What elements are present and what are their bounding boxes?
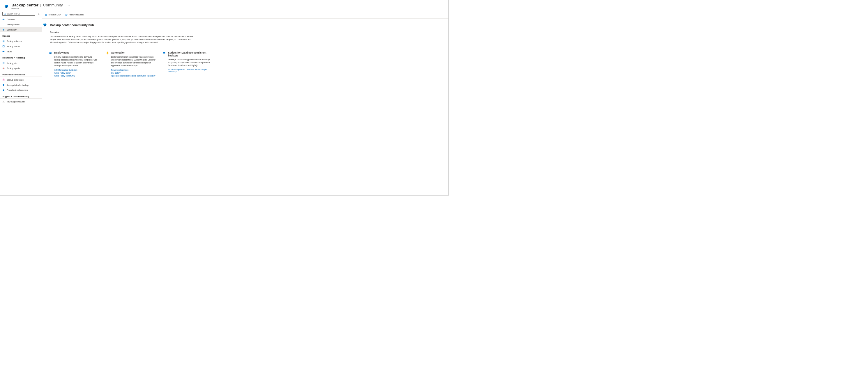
overview-heading: Overview [50,31,198,33]
nav-label: Vaults [7,50,12,53]
instances-icon [2,40,5,42]
nav-label: Community [7,29,17,31]
backup-center-icon [4,4,9,9]
svg-rect-15 [3,68,4,69]
svg-point-22 [44,25,46,26]
nav-label: Backup instances [7,40,22,42]
community-hub-icon [42,23,48,28]
nav-label: Overview [7,18,15,21]
breadcrumb: Microsoft [11,7,70,10]
link-app-consistent-scripts-repo[interactable]: Application consistent scripts community… [111,75,155,77]
nav-new-support-request[interactable]: New support request [0,99,42,104]
svg-point-2 [5,6,7,8]
vault-icon [2,50,5,53]
microsoft-qa-link[interactable]: Microsoft Q&A [45,14,61,16]
sidebar: Overview Getting started Community Manag… [0,11,42,195]
link-ms-db-backup-scripts-repo[interactable]: Microsoft supported Database backup scri… [168,68,213,72]
svg-point-24 [107,53,108,53]
svg-point-5 [4,24,4,25]
compliance-icon [2,78,5,81]
svg-rect-16 [4,68,5,69]
nav-label: Getting started [7,24,20,26]
nav-label: Backup reports [7,67,20,69]
rocket-icon [2,23,5,26]
nav-azure-policies[interactable]: Azure policies for backup [0,82,42,88]
tile-title: Deployment [54,51,69,54]
header-subtitle: Community [43,3,63,7]
chevron-double-left-icon [37,13,40,15]
nav-backup-instances[interactable]: Backup instances [0,39,42,44]
nav-group-monitoring: Monitoring + reporting [0,54,42,60]
nav-community[interactable]: Community [0,27,42,32]
nav-protectable-datasources[interactable]: Protectable datasources [0,88,42,93]
cloud-db-icon [163,51,166,55]
nav-backup-jobs[interactable]: Backup jobs [0,61,42,66]
svg-rect-14 [3,68,3,69]
nav-getting-started[interactable]: Getting started [0,22,42,27]
nav-overview[interactable]: Overview [0,17,42,22]
nav-vaults[interactable]: Vaults [0,49,42,54]
tile-db-scripts: Scripts for Database consistent backups … [163,51,213,78]
svg-line-29 [106,52,107,53]
nav-label: Backup jobs [7,62,18,64]
svg-rect-13 [3,46,4,46]
nav-group-support: Support + troubleshooting [0,93,42,98]
checklist-icon [2,62,5,64]
svg-point-8 [3,30,4,31]
action-label: Microsoft Q&A [48,14,61,16]
nav-label: New support request [7,101,25,103]
tile-automation: Automation Explore automation capabiliti… [106,51,156,78]
svg-rect-10 [3,41,4,42]
svg-line-31 [106,54,107,54]
nav-label: Protectable datasources [7,89,28,91]
nav-backup-policies[interactable]: Backup policies [0,44,42,49]
page-header: Backup center | Community ··· Microsoft [0,0,448,11]
feature-requests-link[interactable]: Feature requests [65,14,84,16]
action-label: Feature requests [69,14,84,16]
svg-point-3 [4,13,5,14]
svg-rect-11 [3,42,4,42]
nav-group-policy: Policy and compliance [0,71,42,76]
link-arm-templates-quickstart[interactable]: ARM Templates Quickstart [54,69,99,71]
link-powershell-samples[interactable]: Powershell samples [111,69,155,71]
svg-point-19 [3,101,4,102]
link-cli-gallery[interactable]: CLI gallery [111,72,155,74]
community-icon [2,29,5,31]
calendar-icon [2,45,5,47]
header-title: Backup center [11,3,38,7]
page-title: Backup center community hub [50,24,94,27]
search-icon [4,13,6,15]
svg-rect-9 [3,40,4,41]
svg-line-4 [5,14,6,14]
collapse-sidebar-button[interactable] [37,12,40,15]
tile-desc: Simplify backup deployments and configur… [54,56,99,67]
external-link-icon [45,14,47,16]
overview-text: Get involved with the Backup center comm… [50,35,198,44]
link-azure-policy-community[interactable]: Azure Policy community [54,75,99,77]
nav-backup-reports[interactable]: Backup reports [0,66,42,71]
external-link-icon [65,14,67,16]
tile-desc: Leverage Microsoft supported Database ba… [168,58,213,67]
link-azure-policy-gallery[interactable]: Azure Policy gallery [54,72,99,74]
tile-deployment: Deployment Simplify backup deployments a… [49,51,99,78]
shield-icon [2,84,5,86]
cloud-arrow-icon [2,18,5,21]
tile-desc: Explore automation capabilities you can … [111,56,155,67]
nav-group-manage: Manage [0,32,42,38]
tile-title: Scripts for Database consistent backups [168,51,213,57]
main-content: Microsoft Q&A Feature requests Backup ce… [42,11,448,195]
cube-icon [49,51,52,55]
support-icon [2,101,5,103]
gear-icon [106,51,109,55]
tile-title: Automation [111,51,125,54]
nav-label: Backup policies [7,45,20,47]
search-box[interactable] [2,12,35,16]
nav-label: Backup compliance [7,79,24,81]
more-actions-button[interactable]: ··· [67,4,70,7]
nav-backup-compliance[interactable]: Backup compliance [0,77,42,83]
nav-label: Azure policies for backup [7,84,29,86]
bar-chart-icon [2,67,5,69]
header-separator: | [40,3,41,7]
search-input[interactable] [7,13,34,15]
datasource-icon [2,89,5,91]
